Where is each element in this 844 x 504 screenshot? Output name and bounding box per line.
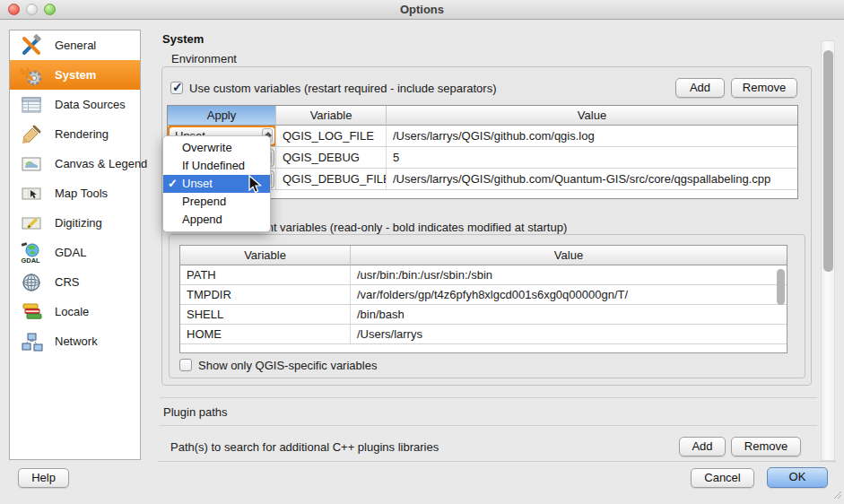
menu-item-label: Unset — [182, 177, 213, 190]
sidebar-item-label: Network — [55, 335, 98, 348]
env-remove-button[interactable]: Remove — [731, 78, 797, 98]
tools-icon — [17, 33, 46, 58]
content-bottom-divider — [158, 461, 836, 462]
plugin-paths-section-label: Plugin paths — [163, 405, 228, 419]
svg-text:GDAL: GDAL — [21, 256, 40, 265]
cancel-button[interactable]: Cancel — [691, 468, 754, 488]
vertical-scrollbar[interactable] — [821, 40, 835, 461]
value-cell[interactable]: 5 — [387, 147, 797, 168]
sidebar-item-rendering[interactable]: Rendering — [10, 119, 140, 149]
show-only-qgis-label: Show only QGIS-specific variables — [198, 359, 377, 372]
value-cell: /Users/larrys — [351, 325, 787, 343]
sidebar-item-locale[interactable]: Locale — [10, 297, 140, 326]
column-header-variable[interactable]: Variable — [180, 246, 351, 265]
sidebar-item-label: System — [55, 68, 96, 82]
map-pencil-icon — [17, 211, 46, 236]
section-divider — [160, 425, 817, 426]
sidebar-item-gdal[interactable]: GDAL GDAL — [10, 238, 140, 267]
sidebar-item-data-sources[interactable]: Data Sources — [10, 90, 140, 119]
variable-cell: PATH — [180, 265, 351, 284]
sidebar-item-label: Map Tools — [55, 187, 108, 200]
use-custom-variables-label: Use custom variables (restart required -… — [189, 82, 496, 95]
variable-cell: SHELL — [180, 305, 351, 324]
map-cursor-icon — [17, 181, 46, 206]
menu-item-overwrite[interactable]: Overwrite — [163, 139, 270, 157]
sidebar-item-general[interactable]: General — [10, 30, 140, 60]
menu-item-if-undefined[interactable]: If Undefined — [163, 157, 270, 175]
readonly-variables-table: Variable Value PATH /usr/bin:/bin:/usr/s… — [179, 245, 787, 353]
table-row[interactable]: TMPDIR /var/folders/gp/t4z6pfyh8xlgcd001… — [180, 285, 787, 305]
ok-button[interactable]: OK — [767, 467, 828, 488]
sidebar-item-label: Canvas & Legend — [55, 157, 147, 170]
sidebar-item-network[interactable]: Network — [10, 326, 140, 356]
plugin-paths-remove-button[interactable]: Remove — [731, 437, 801, 456]
sidebar-item-label: CRS — [55, 275, 79, 289]
sidebar-item-label: Data Sources — [55, 98, 126, 111]
value-cell[interactable]: /Users/larrys/QGIS/github.com/qgis.log — [387, 126, 797, 146]
variable-cell: TMPDIR — [180, 285, 351, 304]
plugin-paths-add-button[interactable]: Add — [679, 437, 726, 456]
value-cell: /usr/bin:/bin:/usr/sbin:/sbin — [351, 265, 787, 284]
options-dialog: Options General System Data Sources Rend… — [0, 0, 844, 504]
show-only-qgis-checkbox[interactable] — [179, 359, 192, 371]
section-divider — [160, 397, 817, 398]
sidebar-item-label: General — [55, 39, 96, 52]
sidebar-item-label: Rendering — [55, 127, 109, 141]
custom-variables-table-header: Apply Variable Value — [168, 106, 797, 126]
plugin-paths-description: Path(s) to search for additional C++ plu… — [170, 440, 439, 454]
column-header-value[interactable]: Value — [351, 246, 787, 265]
use-custom-variables-checkbox[interactable]: ✓ — [170, 82, 183, 94]
help-button[interactable]: Help — [18, 468, 69, 488]
sidebar-item-label: GDAL — [55, 246, 86, 259]
sidebar-item-system[interactable]: System — [10, 60, 140, 90]
checkmark-icon: ✓ — [172, 80, 183, 94]
system-gear-wrench-icon — [17, 63, 46, 88]
mouse-cursor-icon — [248, 175, 265, 197]
paintbrush-icon — [17, 122, 46, 147]
variable-cell[interactable]: QGIS_DEBUG — [276, 147, 387, 168]
network-computers-icon — [17, 329, 46, 354]
value-cell: /var/folders/gp/t4z6pfyh8xlgcd001s6xg0q0… — [351, 285, 787, 304]
table-row[interactable]: HOME /Users/larrys — [180, 325, 787, 344]
variable-cell: HOME — [180, 325, 351, 343]
variable-cell[interactable]: QGIS_LOG_FILE — [276, 126, 387, 146]
environment-group-label: Environment — [171, 52, 237, 65]
resize-grip[interactable] — [831, 489, 842, 502]
titlebar: Options — [0, 0, 844, 20]
table-row[interactable]: SHELL /bin/bash — [180, 305, 787, 325]
sidebar-item-label: Locale — [55, 305, 89, 318]
window-title: Options — [0, 3, 844, 16]
flags-icon — [17, 300, 46, 325]
value-cell[interactable]: /Users/larrys/QGIS/github.com/Quantum-GI… — [387, 169, 797, 189]
column-header-value[interactable]: Value — [387, 106, 797, 126]
env-add-button[interactable]: Add — [675, 78, 725, 98]
globe-grid-icon — [17, 270, 46, 295]
settings-sidebar: General System Data Sources Rendering Ca… — [9, 30, 141, 460]
sidebar-item-crs[interactable]: CRS — [10, 267, 140, 297]
table-icon — [17, 92, 46, 117]
readonly-variables-table-header: Variable Value — [180, 246, 787, 265]
variable-cell[interactable]: QGIS_DEBUG_FILE — [276, 169, 387, 189]
scrollbar-thumb[interactable] — [823, 50, 833, 272]
column-header-apply[interactable]: Apply — [168, 106, 276, 126]
gdal-globe-icon: GDAL — [17, 240, 46, 265]
table-row[interactable]: PATH /usr/bin:/bin:/usr/sbin:/sbin — [180, 265, 787, 285]
checkmark-icon: ✓ — [168, 175, 178, 193]
sidebar-item-digitizing[interactable]: Digitizing — [10, 208, 140, 238]
page-title: System — [162, 32, 204, 46]
sidebar-item-label: Digitizing — [55, 216, 102, 230]
value-cell: /bin/bash — [351, 305, 787, 324]
map-canvas-icon — [17, 152, 46, 177]
column-header-variable[interactable]: Variable — [276, 106, 387, 126]
sidebar-item-map-tools[interactable]: Map Tools — [10, 178, 140, 208]
inner-scrollbar-thumb[interactable] — [777, 269, 785, 305]
menu-item-append[interactable]: Append — [163, 211, 270, 229]
sidebar-item-canvas-legend[interactable]: Canvas & Legend — [10, 149, 140, 178]
